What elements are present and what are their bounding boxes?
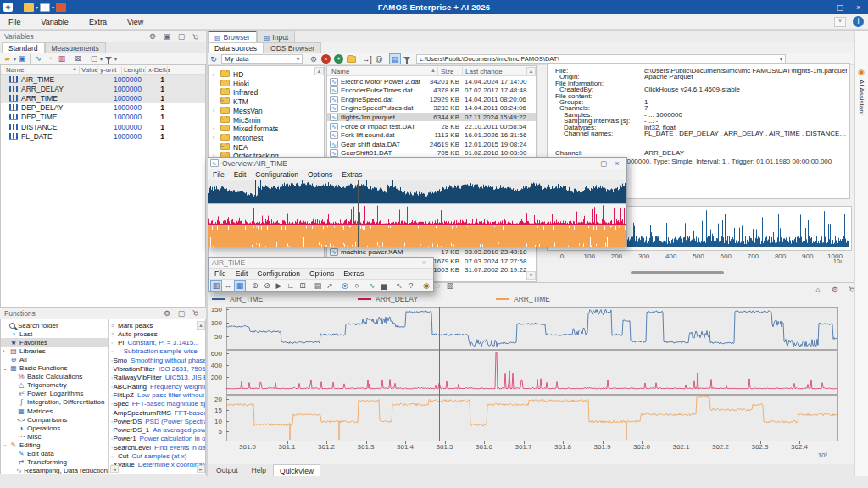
sort-asc-icon[interactable]: ▲ — [431, 68, 436, 73]
tree-expander-icon[interactable]: › — [213, 135, 220, 141]
variable-row[interactable]: FL_DATE10000001 — [1, 131, 205, 141]
folder-item-hioki[interactable]: Hioki — [209, 80, 324, 88]
column-header-y-unit[interactable]: y-unit — [100, 66, 117, 74]
info-icon[interactable]: i — [853, 16, 864, 27]
overview-maximize-button[interactable]: ▢ — [598, 159, 609, 168]
tree-expander-icon[interactable]: › — [213, 108, 220, 114]
variable-row[interactable]: ARR_TIME10000001 — [1, 93, 205, 103]
at-icon[interactable]: @ — [373, 53, 385, 64]
horizontal-scrollbar[interactable] — [631, 271, 724, 274]
variable-row[interactable]: DISTANCE10000001 — [1, 122, 205, 131]
menu-file[interactable]: File — [8, 18, 21, 26]
file-scroll-up[interactable]: ▲ — [526, 67, 536, 75]
preview-toggle-icon[interactable]: ▤ — [389, 53, 401, 64]
function-item[interactable]: ◦AmpSpectrumRMSFFT-based magn... — [109, 408, 205, 417]
menu-variable[interactable]: Variable — [42, 18, 69, 26]
axes-icon[interactable]: ∟ — [285, 280, 297, 291]
function-category-search-folder[interactable]: Search folder — [1, 321, 108, 330]
pan-icon[interactable]: ↔ — [222, 280, 234, 291]
function-category-matrices[interactable]: ▦Matrices — [1, 407, 108, 415]
show-all-icon[interactable]: ◉ — [420, 280, 432, 291]
navigate-icon[interactable]: ◎ — [339, 280, 351, 291]
tab-help[interactable]: Help — [245, 464, 273, 476]
circle-icon[interactable]: ○ — [351, 280, 363, 291]
ai-assistant-icon[interactable]: ◉ — [858, 68, 865, 76]
column-header-name[interactable]: Name — [331, 68, 349, 75]
remove-icon[interactable]: × — [321, 54, 331, 64]
tab-quickview[interactable]: QuickView — [273, 464, 320, 476]
data-source-select[interactable]: My data▾ — [221, 54, 303, 64]
legend-item-arr_delay[interactable]: ARR_DELAY — [358, 295, 418, 303]
column-header-size[interactable]: Size — [441, 68, 454, 75]
overview-close-button[interactable]: × — [611, 159, 623, 168]
tab-browser[interactable]: ▤Browser — [208, 30, 257, 42]
function-item[interactable]: ◦CutCut samples (at x) — [109, 452, 205, 461]
sort-asc-icon[interactable]: ▲ — [72, 66, 77, 71]
folder-item-mixed-formats[interactable]: ›Mixed formats — [209, 125, 324, 133]
function-item[interactable]: ≡Mark peaks — [109, 321, 205, 330]
variable-row[interactable]: DEP_DELAY10000001 — [1, 103, 205, 113]
function-category-integration-differentiation[interactable]: ∫Integration, Differentiation — [1, 398, 108, 407]
window-layout-icon[interactable]: ▢ — [88, 53, 100, 64]
function-item[interactable]: ◦PowerDS_1An averaged power sp... — [109, 426, 205, 435]
curve-icon[interactable]: ∿ — [366, 280, 378, 291]
file-row[interactable]: ∿Force of impact test.DAT28 KB22.10.2011… — [327, 122, 536, 130]
maximize-icon[interactable]: ▢ — [175, 308, 187, 319]
function-item[interactable]: ≡Auto process — [109, 330, 205, 338]
tab-standard[interactable]: Standard — [2, 42, 45, 53]
minimize-button[interactable]: – — [812, 0, 831, 14]
file-row[interactable]: ∿Electric Motor Power 2.dat34201 KB14.04… — [327, 77, 536, 86]
curve-close-button[interactable]: × — [418, 258, 430, 267]
function-category-basic-functions[interactable]: ⌄▦Basic Functions — [1, 364, 108, 373]
variable-row[interactable]: DEP_TIME10000001 — [1, 113, 205, 122]
legend-item-arr_time[interactable]: ARR_TIME — [496, 295, 550, 303]
add-icon[interactable]: + — [334, 54, 343, 64]
overview-menu-configuration[interactable]: Configuration — [255, 170, 298, 179]
file-row[interactable]: ∿EngineSpeedPulses.dat3233 KB14.04.2011 … — [327, 104, 536, 113]
curve-menu-configuration[interactable]: Configuration — [257, 269, 300, 278]
folder-item-ktm[interactable]: →KTM — [209, 97, 324, 106]
export-icon[interactable]: ↗ — [324, 280, 336, 291]
function-item[interactable]: ◦VibrationFilterISO 2631, 7505, 534... — [109, 365, 205, 374]
float-icon[interactable]: ▣ — [161, 31, 173, 42]
tree-expander-icon[interactable]: › — [213, 126, 220, 132]
curve-window[interactable]: AIR_TIME × FileEditConfigurationOptionsE… — [208, 257, 434, 292]
recent-icon[interactable]: ◔ — [44, 53, 56, 64]
folder-item-messvan[interactable]: ›MessVan — [209, 107, 324, 115]
hide-icon[interactable]: ◌ — [432, 280, 444, 291]
maximize-button[interactable]: ▢ — [831, 0, 849, 14]
function-category-editing[interactable]: ⌄✎Editing — [1, 441, 108, 449]
function-item[interactable]: ◦XValueDetermine x coordinate — [109, 461, 205, 469]
variable-row[interactable]: AIR_TIME10000001 — [1, 75, 205, 84]
tab-output[interactable]: Output — [209, 464, 245, 476]
overview-menu-file[interactable]: File — [213, 170, 225, 179]
overview-window[interactable]: ∿ Overview:AIR_TIME – ▢ × FileEditConfig… — [206, 157, 627, 247]
function-item[interactable]: ◦PowerDSPSD (Power Spectral Dens... — [109, 417, 205, 425]
overview-menu-options[interactable]: Options — [308, 170, 332, 179]
fav-scroll-left[interactable]: ◄ — [110, 465, 119, 473]
folder-item-micsmin[interactable]: →MicSmin — [209, 116, 324, 125]
column-header-length[interactable]: Length — [124, 66, 144, 74]
function-item[interactable]: ◦RailwayVibFilterUIC513, JIS E4023 — [109, 374, 205, 382]
collapse-chevron-icon[interactable]: ˅ — [834, 17, 846, 27]
main-splitter[interactable] — [206, 30, 208, 476]
fav-scroll-right[interactable]: ► — [197, 465, 205, 473]
file-scroll-down[interactable]: ▼ — [526, 271, 536, 280]
layout-icon[interactable]: ▥ — [210, 280, 222, 291]
folder-item-nea[interactable]: →NEA — [209, 143, 324, 152]
columns-icon[interactable]: ▥ — [56, 53, 68, 64]
column-header-value[interactable]: Value — [81, 66, 98, 74]
overview-menu-edit[interactable]: Edit — [234, 170, 247, 179]
file-row[interactable]: ∿EngineSpeed.dat12929 KB14.04.2011 08:20… — [327, 95, 536, 103]
function-category-misc-[interactable]: ⋯Misc. — [1, 432, 108, 441]
pin-icon[interactable]: ⚲ — [187, 28, 203, 44]
subtab-ods-browser[interactable]: ODS Browser — [264, 42, 321, 53]
overview-menu-extras[interactable]: Extras — [342, 170, 362, 179]
help-cursor-icon[interactable]: ? — [405, 280, 417, 291]
edit-icon[interactable] — [345, 56, 357, 63]
subtab-data-sources[interactable]: Data sources — [208, 42, 264, 53]
filter-icon[interactable] — [103, 57, 114, 61]
settings-icon[interactable]: ⚙ — [308, 53, 320, 64]
import-icon[interactable]: →] — [361, 53, 373, 64]
legend-item-air_time[interactable]: AIR_TIME — [212, 295, 263, 303]
